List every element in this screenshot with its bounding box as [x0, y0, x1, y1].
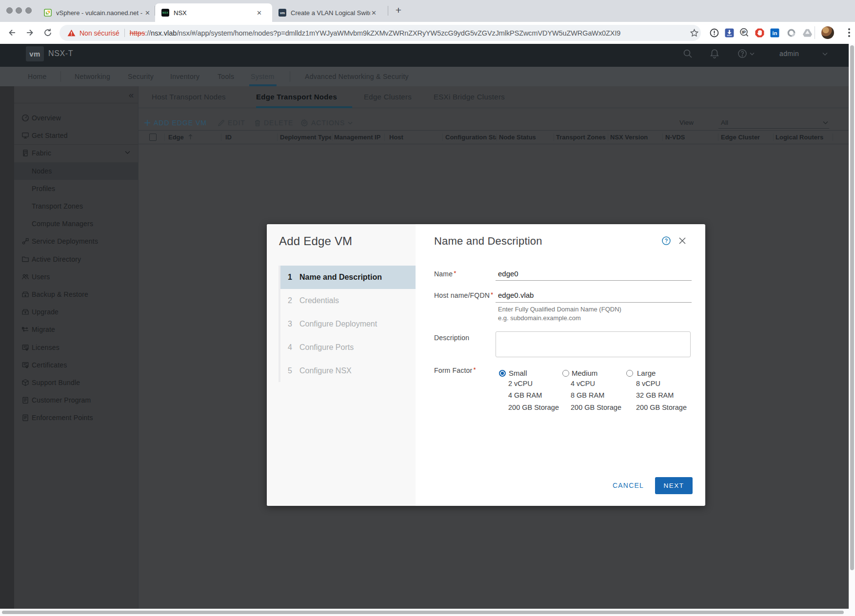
- column-header-nsx-version[interactable]: NSX Version: [610, 131, 648, 144]
- column-header-edge-cluster[interactable]: Edge Cluster: [721, 131, 760, 144]
- sidebar-item-nodes[interactable]: Nodes: [14, 162, 138, 180]
- close-icon[interactable]: ✕: [371, 10, 377, 16]
- vmware-logo[interactable]: vm: [26, 46, 44, 61]
- wizard-step-configure-deployment[interactable]: 3 Configure Deployment: [280, 312, 416, 336]
- sidebar-item-compute-managers[interactable]: Compute Managers: [14, 215, 138, 232]
- nav-item-system[interactable]: System: [251, 67, 274, 86]
- tab-esxi-bridge-clusters[interactable]: ESXi Bridge Clusters: [434, 86, 505, 108]
- add-edge-vm-button[interactable]: ADD EDGE VM: [144, 117, 207, 129]
- radio-medium[interactable]: [562, 370, 569, 377]
- select-all-checkbox[interactable]: [149, 134, 157, 141]
- window-zoom-button[interactable]: [25, 7, 32, 14]
- column-header-logical-routers[interactable]: Logical Routers: [775, 131, 823, 144]
- name-input[interactable]: edge0: [498, 270, 518, 278]
- radio-small[interactable]: [499, 370, 506, 377]
- column-header-management-ip[interactable]: Management IP: [334, 131, 380, 144]
- extension-ring-icon[interactable]: [784, 26, 798, 39]
- column-header-transport-zones[interactable]: Transport Zones: [556, 131, 606, 144]
- description-textarea[interactable]: [496, 331, 691, 357]
- browser-tab-vlan-doc[interactable]: vm Create a VLAN Logical Switch f ✕: [272, 3, 387, 22]
- extension-linkedin-icon[interactable]: in: [768, 26, 781, 39]
- sidebar-item-support-bundle[interactable]: Support Bundle: [14, 374, 138, 391]
- user-menu[interactable]: admin: [779, 50, 799, 58]
- reload-icon[interactable]: [43, 28, 53, 38]
- wizard-step-configure-ports[interactable]: 4 Configure Ports: [280, 336, 416, 359]
- column-header-node-status[interactable]: Node Status: [499, 131, 536, 144]
- profile-avatar[interactable]: [821, 26, 834, 39]
- next-button[interactable]: NEXT: [655, 477, 693, 494]
- search-icon[interactable]: [683, 49, 693, 58]
- sidebar-item-active-directory[interactable]: Active Directory: [14, 250, 138, 268]
- sidebar-item-licenses[interactable]: Licenses: [14, 339, 138, 356]
- sidebar-item-get-started[interactable]: Get Started: [14, 127, 138, 144]
- edit-button[interactable]: EDIT: [218, 117, 245, 129]
- browser-tab-nsx[interactable]: NSX NSX ✕: [155, 3, 272, 22]
- product-name: NSX-T: [48, 49, 73, 58]
- column-header-n-vds[interactable]: N-VDS: [665, 131, 685, 144]
- sidebar-item-upgrade[interactable]: Upgrade: [14, 303, 138, 321]
- nav-item-home[interactable]: Home: [28, 67, 47, 86]
- wizard-step-credentials[interactable]: 2 Credentials: [280, 289, 416, 312]
- wizard-step-configure-nsx[interactable]: 5 Configure NSX: [280, 359, 416, 383]
- view-dropdown[interactable]: All: [718, 117, 829, 129]
- sidebar-item-enforcement-points[interactable]: Enforcement Points: [14, 409, 138, 426]
- sidebar-item-customer-program[interactable]: Customer Program: [14, 391, 138, 409]
- delete-button[interactable]: DELETE: [254, 117, 293, 129]
- window-minimize-button[interactable]: [16, 7, 22, 14]
- extension-circle-alert-icon[interactable]: [707, 26, 721, 39]
- actions-menu-button[interactable]: ACTIONS: [300, 117, 353, 129]
- extension-ip-lookup-icon[interactable]: IP: [737, 26, 751, 39]
- column-header-configuration-status[interactable]: Configuration Sta: [445, 131, 496, 144]
- tab-host-transport-nodes[interactable]: Host Transport Nodes: [152, 86, 226, 108]
- back-icon[interactable]: [7, 28, 17, 38]
- close-icon[interactable]: ✕: [257, 10, 262, 16]
- star-icon[interactable]: [690, 29, 698, 37]
- close-icon[interactable]: ✕: [145, 10, 150, 16]
- sidebar-item-service-deployments[interactable]: Service Deployments: [14, 232, 138, 250]
- close-icon[interactable]: [678, 237, 686, 245]
- sidebar-item-migrate[interactable]: Migrate: [14, 321, 138, 338]
- sidebar-item-transport-zones[interactable]: Transport Zones: [14, 197, 138, 215]
- forward-icon[interactable]: [25, 28, 35, 38]
- sidebar-item-backup-restore[interactable]: Backup & Restore: [14, 286, 138, 303]
- column-header-deployment-type[interactable]: Deployment Type: [280, 131, 331, 144]
- help-circle-icon[interactable]: [737, 49, 747, 58]
- help-circle-icon[interactable]: [662, 236, 671, 245]
- nav-item-networking[interactable]: Networking: [75, 67, 110, 86]
- window-close-button[interactable]: [6, 7, 13, 14]
- kebab-menu-icon[interactable]: [845, 27, 854, 38]
- radio-large[interactable]: [626, 370, 633, 377]
- column-header-edge[interactable]: Edge: [168, 131, 184, 144]
- extension-download-icon[interactable]: [722, 26, 736, 39]
- nav-item-tools[interactable]: Tools: [218, 67, 234, 86]
- browser-tab-strip: vSphere - vulcain.naoned.net - ✕ NSX NSX…: [0, 0, 855, 22]
- radio-medium-label[interactable]: Medium: [572, 369, 597, 377]
- column-header-host[interactable]: Host: [389, 131, 403, 144]
- sidebar-item-fabric[interactable]: Fabric: [14, 144, 138, 162]
- sidebar-item-overview[interactable]: Overview: [14, 109, 138, 127]
- sidebar-collapse-button[interactable]: «: [124, 89, 139, 101]
- tab-edge-transport-nodes[interactable]: Edge Transport Nodes: [256, 86, 337, 108]
- radio-small-label[interactable]: Small: [509, 369, 527, 377]
- bell-icon[interactable]: [710, 48, 719, 58]
- url-omnibox[interactable]: Non sécurisé https://nsx.vlab/nsx/#/app/…: [60, 25, 701, 41]
- sidebar-item-users[interactable]: Users: [14, 268, 138, 286]
- chevron-down-icon[interactable]: [822, 52, 828, 56]
- radio-large-label[interactable]: Large: [637, 369, 656, 377]
- vertical-scrollbar-thumb[interactable]: [850, 45, 854, 570]
- wizard-step-name-description[interactable]: 1 Name and Description: [280, 266, 416, 289]
- nav-item-advanced-networking[interactable]: Advanced Networking & Security: [305, 67, 409, 86]
- sidebar-item-certificates[interactable]: Certificates: [14, 356, 138, 374]
- nav-item-inventory[interactable]: Inventory: [170, 67, 199, 86]
- new-tab-button[interactable]: +: [393, 4, 404, 16]
- column-header-id[interactable]: ID: [225, 131, 232, 144]
- browser-tab-vsphere[interactable]: vSphere - vulcain.naoned.net - ✕: [38, 3, 155, 22]
- sidebar-item-profiles[interactable]: Profiles: [14, 180, 138, 197]
- horizontal-scrollbar-thumb[interactable]: [2, 611, 844, 614]
- cancel-button[interactable]: CANCEL: [609, 480, 648, 491]
- nav-item-security[interactable]: Security: [128, 67, 154, 86]
- tab-edge-clusters[interactable]: Edge Clusters: [364, 86, 412, 108]
- extension-stop-hand-icon[interactable]: [753, 26, 766, 39]
- hostname-input[interactable]: edge0.vlab: [498, 291, 534, 299]
- extension-drive-icon[interactable]: [800, 26, 814, 39]
